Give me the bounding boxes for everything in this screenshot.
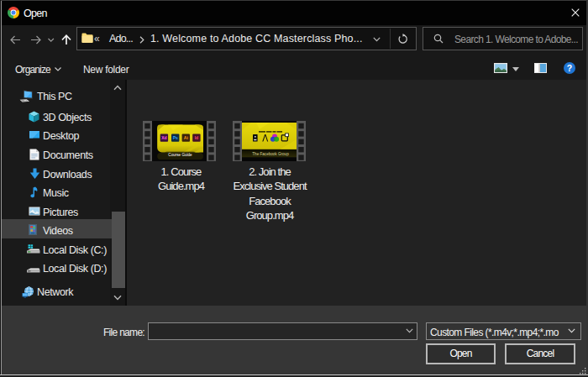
svg-text:Course Guide: Course Guide xyxy=(168,153,192,157)
svg-text:The Facebook Group: The Facebook Group xyxy=(252,152,289,156)
svg-text:Ps: Ps xyxy=(173,135,178,140)
svg-text:Id: Id xyxy=(195,135,198,140)
svg-text:Ai: Ai xyxy=(184,135,189,140)
svg-text:Xd: Xd xyxy=(161,135,166,140)
svg-text:?: ? xyxy=(567,63,572,73)
